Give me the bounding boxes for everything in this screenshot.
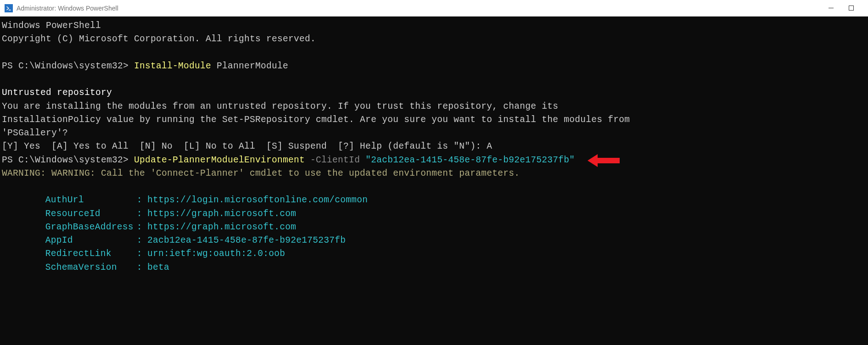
output-properties: AuthUrl: https://login.microsoftonline.c… [2,194,866,274]
warning-body: InstallationPolicy value by running the … [2,115,630,125]
warning-output: WARNING: WARNING: Call the 'Connect-Plan… [2,168,520,178]
property-name: AppId [45,234,137,247]
powershell-icon [5,4,13,12]
warning-title: Untrusted repository [2,88,112,98]
property-name: AuthUrl [45,194,137,207]
property-value: https://login.microsoftonline.com/common [147,195,368,205]
output-property-row: SchemaVersion: beta [45,261,866,274]
ps-copyright-line: Copyright (C) Microsoft Corporation. All… [2,34,316,44]
property-value: https://graph.microsoft.com [147,209,296,219]
property-value: 2acb12ea-1415-458e-87fe-b92e175237fb [147,235,346,245]
warning-body: You are installing the modules from an u… [2,101,558,111]
minimize-button[interactable] [828,5,834,11]
window-title: Administrator: Windows PowerShell [17,5,828,12]
svg-marker-2 [588,154,620,167]
warning-body: 'PSGallery'? [2,128,68,138]
output-property-row: AuthUrl: https://login.microsoftonline.c… [45,194,866,207]
property-value: urn:ietf:wg:oauth:2.0:oob [147,249,285,259]
property-name: SchemaVersion [45,261,137,274]
property-name: GraphBaseAddress [45,221,137,234]
cmdlet-value: "2acb12ea-1415-458e-87fe-b92e175237fb" [365,155,575,165]
prompt-options: [Y] Yes [A] Yes to All [N] No [L] No to … [2,141,492,151]
ps-banner-line: Windows PowerShell [2,21,101,31]
cmdlet-name: Update-PlannerModuelEnvironment [134,155,305,165]
property-name: RedirectLink [45,247,137,261]
window-controls [828,5,863,11]
cmdlet-arg: PlannerModule [211,61,288,71]
cmdlet-name: Install-Module [134,61,211,71]
prompt-text: PS C:\Windows\system32> [2,61,134,71]
property-name: ResourceId [45,207,137,221]
annotation-arrow-icon [588,152,620,171]
maximize-button[interactable] [848,5,854,11]
svg-rect-1 [849,6,853,11]
output-property-row: AppId: 2acb12ea-1415-458e-87fe-b92e17523… [45,234,866,247]
output-property-row: RedirectLink: urn:ietf:wg:oauth:2.0:oob [45,247,866,261]
terminal-output[interactable]: Windows PowerShell Copyright (C) Microso… [0,17,868,345]
cmdlet-param: -ClientId [305,155,365,165]
output-property-row: GraphBaseAddress: https://graph.microsof… [45,221,866,234]
prompt-text: PS C:\Windows\system32> [2,155,134,165]
output-property-row: ResourceId: https://graph.microsoft.com [45,207,866,221]
window-titlebar: Administrator: Windows PowerShell [0,0,868,17]
property-value: https://graph.microsoft.com [147,222,296,232]
property-value: beta [147,262,169,273]
